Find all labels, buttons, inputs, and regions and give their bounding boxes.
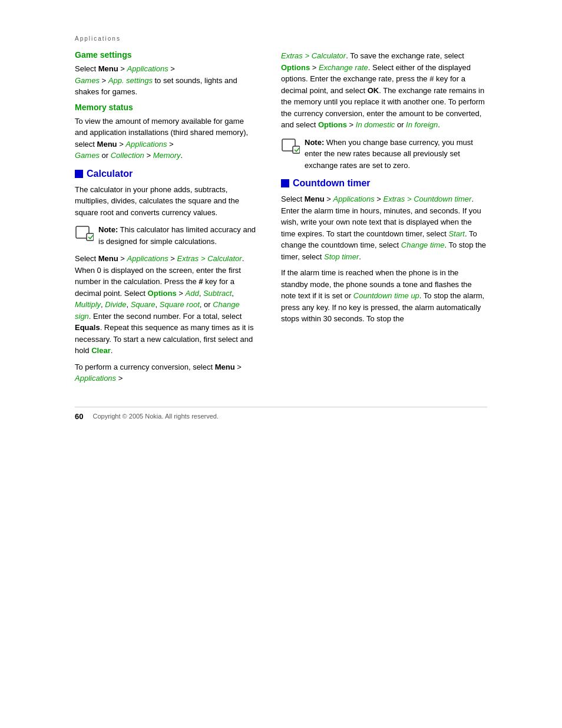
calc-square: Square <box>131 300 156 309</box>
memory-collection: Collection <box>111 151 144 160</box>
calc-apps-1: Applications <box>127 254 168 263</box>
page-number: 60 <box>75 412 83 421</box>
calculator-p1: Select Menu > Applications > Extras > Ca… <box>75 253 257 357</box>
calc-menu-2: Menu <box>215 363 235 371</box>
game-settings-games: Games <box>75 76 100 85</box>
calc-multiply: Multiply <box>75 300 101 309</box>
calculator-note-text-2: Note: When you change base currency, you… <box>305 137 487 172</box>
calc-inforeign: In foreign <box>406 120 438 129</box>
calc-extras-1: Extras > Calculator <box>177 254 242 263</box>
game-settings-apps: Applications <box>127 64 168 73</box>
calc-equals: Equals <box>75 323 100 332</box>
calc-indomestic: In domestic <box>356 120 395 129</box>
calc-options-3: Options <box>318 120 347 129</box>
calculator-note-text: Note: This calculator has limited accura… <box>98 224 257 247</box>
game-settings-body: Select Menu > Applications > Games > App… <box>75 63 257 98</box>
page-footer: 60 Copyright © 2005 Nokia. All rights re… <box>75 407 487 421</box>
game-settings-appsettings: App. settings <box>108 76 153 85</box>
left-column: Game settings Select Menu > Applications… <box>75 50 257 389</box>
memory-games: Games <box>75 151 100 160</box>
countdown-stoptimer: Stop timer <box>324 252 359 261</box>
calculator-p2: To perform a currency conversion, select… <box>75 361 257 384</box>
memory-status-body: To view the amount of memory available f… <box>75 116 257 162</box>
note-icon-1 <box>75 225 94 242</box>
calc-squareroot: Square root <box>160 300 200 309</box>
calc-divide: Divide <box>105 300 126 309</box>
calculator-cont-p: Extras > Calculator. To save the exchang… <box>281 50 487 131</box>
memory-menu: Menu <box>97 140 117 149</box>
countdown-icon <box>281 179 289 187</box>
calculator-note-box: Note: This calculator has limited accura… <box>75 224 257 247</box>
memory-status-heading: Memory status <box>75 103 257 112</box>
countdown-heading: Countdown timer <box>281 178 487 189</box>
countdown-extras: Extras > Countdown timer <box>383 195 471 203</box>
memory-memory: Memory <box>153 151 181 160</box>
calc-add: Add <box>186 289 199 298</box>
countdown-p2: If the alarm time is reached when the ph… <box>281 267 487 325</box>
two-column-layout: Game settings Select Menu > Applications… <box>75 50 487 389</box>
copyright-text: Copyright © 2005 Nokia. All rights reser… <box>92 413 219 420</box>
content-area: Applications Game settings Select Menu >… <box>75 35 487 421</box>
calculator-intro: The calculator in your phone adds, subtr… <box>75 184 257 219</box>
calc-hash: # <box>199 277 203 286</box>
countdown-p1: Select Menu > Applications > Extras > Co… <box>281 193 487 262</box>
right-column: Extras > Calculator. To save the exchang… <box>281 50 487 389</box>
countdown-timeup: Countdown time up <box>353 291 419 300</box>
game-settings-heading: Game settings <box>75 50 257 60</box>
calc-exchangerate: Exchange rate <box>319 63 368 72</box>
calc-options-2: Options <box>281 63 310 72</box>
countdown-changetime: Change time <box>401 241 445 249</box>
note-icon-2 <box>281 138 300 154</box>
countdown-menu: Menu <box>305 195 325 203</box>
section-label: Applications <box>75 35 487 42</box>
calc-extras-2: Extras > Calculator <box>281 51 346 60</box>
calc-options-1: Options <box>148 289 177 298</box>
svg-rect-3 <box>293 146 300 153</box>
game-settings-menu: Menu <box>98 64 118 73</box>
note-label-2: Note: <box>305 138 324 147</box>
memory-apps: Applications <box>125 140 167 149</box>
countdown-apps: Applications <box>333 195 375 203</box>
calc-subtract: Subtract <box>203 289 232 298</box>
calc-clear: Clear <box>91 346 111 355</box>
note-label-1: Note: <box>98 225 118 234</box>
countdown-start: Start <box>448 229 464 238</box>
calc-menu-1: Menu <box>98 254 118 263</box>
calc-ok: OK <box>368 86 379 95</box>
calculator-icon <box>75 170 83 178</box>
page: Applications Game settings Select Menu >… <box>0 0 562 728</box>
calculator-heading: Calculator <box>75 169 257 179</box>
calc-apps-2: Applications <box>75 374 116 383</box>
calculator-note-box-2: Note: When you change base currency, you… <box>281 137 487 172</box>
svg-rect-1 <box>87 233 94 241</box>
